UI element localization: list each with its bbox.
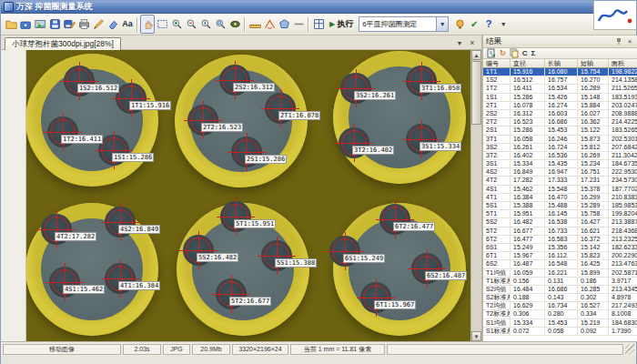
- result-row[interactable]: T1标准差0.1560.1310.1863.9717: [483, 278, 637, 286]
- run-button[interactable]: ▶ 执行: [326, 16, 357, 33]
- measure-area-icon[interactable]: [277, 15, 291, 34]
- zoom-fit-icon[interactable]: [213, 15, 228, 34]
- measure-line-icon[interactable]: [291, 15, 306, 34]
- result-row[interactable]: 2T116.07816.27415.884203.0247: [483, 102, 637, 110]
- result-row[interactable]: 6T115.96716.11215.823200.2290: [483, 252, 637, 260]
- zone-measure-label[interactable]: 6T2:16.477: [393, 222, 435, 231]
- zone-measure-label[interactable]: 1T2:16.411: [61, 135, 103, 144]
- zone-measure-label[interactable]: 5T2:16.677: [229, 297, 271, 306]
- clear-results-icon[interactable]: C: [522, 48, 528, 58]
- copy-icon[interactable]: [510, 48, 519, 58]
- preview-eye-icon[interactable]: [228, 15, 242, 34]
- zone-measure-label[interactable]: 2T2:16.523: [201, 123, 243, 132]
- result-row[interactable]: 2S115.28615.45315.122183.5265: [483, 126, 637, 135]
- print-icon[interactable]: [76, 15, 91, 34]
- calibration-lamp-icon[interactable]: [452, 15, 467, 34]
- result-row[interactable]: 4T116.38416.47016.299210.8383: [483, 194, 637, 202]
- result-row[interactable]: 5S216.48216.53816.427213.3887: [483, 218, 637, 227]
- scrollbar-thumb[interactable]: [471, 61, 481, 125]
- panel-close-icon[interactable]: ×: [624, 36, 635, 46]
- pan-hand-tool-icon[interactable]: [140, 15, 155, 34]
- column-header-minor-axis[interactable]: 短轴: [578, 59, 609, 67]
- zone-measure-label[interactable]: 1S2:16.512: [77, 84, 119, 93]
- measure-preset-select[interactable]: 6平皿抑菌圈测定 ▼: [359, 16, 449, 32]
- eraser-icon[interactable]: [106, 15, 120, 34]
- result-row[interactable]: 5T115.95116.14515.758199.8204: [483, 210, 637, 218]
- measure-angle-icon[interactable]: [262, 15, 277, 34]
- result-row[interactable]: 6S216.48716.54816.425213.4763: [483, 260, 637, 268]
- scroll-down-icon[interactable]: ▼: [471, 331, 481, 341]
- column-header-major-axis[interactable]: 长轴: [545, 59, 578, 67]
- select-region-icon[interactable]: [155, 15, 169, 34]
- result-row[interactable]: 2S216.31216.60316.027208.9888: [483, 110, 637, 118]
- zone-measure-label[interactable]: 2S1:15.286: [245, 155, 287, 164]
- result-row[interactable]: 5T216.67716.73316.621218.4368: [483, 228, 637, 236]
- result-row[interactable]: 5S115.38815.48815.289185.9853: [483, 202, 637, 210]
- statistics-sigma-icon[interactable]: Σ: [531, 48, 535, 58]
- column-header-diameter[interactable]: 直径: [511, 59, 545, 67]
- result-row[interactable]: 6T216.47716.58316.372213.2325: [483, 236, 637, 244]
- result-row[interactable]: 1S115.28615.42615.148183.5193: [483, 94, 637, 102]
- specimen-image[interactable]: 1S2:16.5121T1:15.9161T2:16.4111S1:15.286…: [1, 50, 481, 341]
- zone-measure-label[interactable]: 3S1:15.334: [420, 142, 461, 151]
- confirm-check-icon[interactable]: ✔: [467, 15, 481, 34]
- result-row[interactable]: 3S216.26116.72415.812207.6842: [483, 144, 637, 152]
- scroll-up-icon[interactable]: ▲: [471, 50, 481, 60]
- zone-measure-label[interactable]: 3T2:16.402: [352, 146, 394, 155]
- zone-measure-label[interactable]: 4T1:16.384: [118, 281, 160, 290]
- zone-measure-label[interactable]: 1T1:15.916: [129, 101, 171, 110]
- zone-measure-label[interactable]: 5S1:15.388: [275, 258, 317, 268]
- result-row[interactable]: 4S115.46215.54815.378187.7702: [483, 186, 637, 194]
- zoom-actual-size-icon[interactable]: [198, 15, 213, 34]
- help-icon[interactable]: ?: [481, 15, 496, 34]
- camera-capture-icon[interactable]: [18, 15, 33, 34]
- resize-grip[interactable]: [625, 344, 634, 355]
- column-header-area[interactable]: 面积: [609, 59, 637, 67]
- result-row[interactable]: 1T115.91616.08015.754198.9822: [483, 68, 637, 76]
- result-row[interactable]: S1均值15.33415.45315.219184.6830: [483, 319, 637, 328]
- result-row[interactable]: 6S115.24915.35615.142182.6233: [483, 244, 637, 252]
- image-gallery-icon[interactable]: [33, 15, 47, 34]
- result-row[interactable]: 2T216.52316.68616.362214.4225: [483, 118, 637, 126]
- result-row[interactable]: T2均值16.62916.73416.527217.2493: [483, 302, 637, 310]
- viewer-vertical-scrollbar[interactable]: ▲ ▼: [470, 50, 481, 341]
- zone-measure-label[interactable]: 3S2:16.261: [354, 91, 396, 100]
- result-row[interactable]: S1标准差0.0720.0580.0921.7390: [483, 328, 637, 336]
- text-tool-icon[interactable]: Aa: [120, 15, 135, 34]
- zone-measure-label[interactable]: 2T1:16.078: [278, 111, 320, 120]
- zone-measure-label[interactable]: 1S1:15.286: [112, 153, 154, 162]
- zoom-in-icon[interactable]: [169, 15, 184, 34]
- zone-measure-label[interactable]: 3T1:16.058: [420, 84, 461, 93]
- result-row[interactable]: 3T216.40216.53616.269211.3042: [483, 152, 637, 160]
- zone-measure-label[interactable]: 4S1:15.462: [63, 285, 105, 294]
- zone-measure-label[interactable]: 6S1:15.249: [343, 254, 385, 263]
- open-image-icon[interactable]: [4, 15, 18, 34]
- zone-measure-label[interactable]: 5S2:16.482: [197, 253, 238, 262]
- tab-close-icon[interactable]: ×: [467, 37, 478, 48]
- result-row[interactable]: S2标准差0.1880.1430.3024.8978: [483, 294, 637, 302]
- tab-list-chevron-icon[interactable]: ▼: [454, 37, 465, 48]
- measure-length-icon[interactable]: [248, 15, 262, 34]
- save-as-icon[interactable]: [62, 15, 76, 34]
- zone-measure-label[interactable]: 4S2:16.849: [118, 225, 160, 234]
- result-row[interactable]: 3T116.05816.24615.873202.5301: [483, 136, 637, 144]
- undo-icon[interactable]: ↻: [500, 48, 506, 58]
- image-tab[interactable]: 小球芽孢杆菌300dpi.jpg[28%]: [5, 37, 121, 51]
- export-report-icon[interactable]: [487, 48, 496, 58]
- pin-icon[interactable]: [613, 36, 624, 46]
- image-viewer[interactable]: 1S2:16.5121T1:15.9161T2:16.4111S1:15.286…: [1, 50, 481, 341]
- edit-pencil-icon[interactable]: [91, 15, 106, 34]
- result-row[interactable]: 3S115.33415.43515.234184.6735: [483, 160, 637, 168]
- title-bar[interactable]: 万深 抑菌圈测量系统: [1, 1, 636, 14]
- zoom-out-icon[interactable]: [184, 15, 198, 34]
- zone-measure-label[interactable]: 4T2:17.282: [55, 232, 96, 241]
- result-row[interactable]: 4S216.84916.94716.751222.9530: [483, 168, 637, 177]
- result-row[interactable]: 1T216.41116.53416.289211.5265: [483, 85, 637, 93]
- grid-view-icon[interactable]: [311, 15, 326, 34]
- zone-measure-label[interactable]: 2S2:16.312: [233, 83, 275, 92]
- column-header-id[interactable]: 编号: [483, 59, 511, 67]
- result-row[interactable]: S2均值16.48416.68616.285213.4345: [483, 286, 637, 294]
- save-icon[interactable]: [47, 15, 62, 34]
- result-row[interactable]: T2标准差0.3060.2800.3348.1008: [483, 310, 637, 318]
- help-chevron-icon[interactable]: ▼: [496, 15, 511, 34]
